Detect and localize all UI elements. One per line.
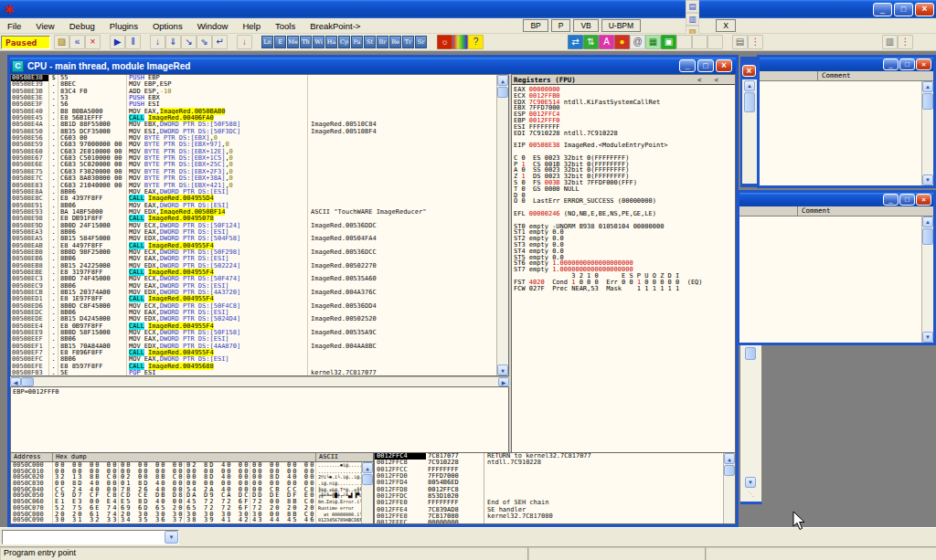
disasm-row[interactable]: 00508E83.C683 21040000 00MOV BYTE PTR DS… — [11, 183, 496, 189]
register-line[interactable]: O 0 LastErr ERROR_SUCCESS (00000000) — [512, 198, 735, 205]
disasm-row[interactable]: 00508ED6.8B0D C8F45000MOV ECX,DWORD PTR … — [11, 303, 496, 310]
column-header-blank[interactable] — [739, 206, 798, 216]
register-line[interactable]: FCW 027F Prec NEAR,53 Mask 1 1 1 1 1 1 — [512, 286, 735, 292]
blank-button-1[interactable] — [676, 35, 692, 49]
disasm-row[interactable]: 00508EB0.8B0D 98F25000MOV ECX,DWORD PTR … — [11, 249, 496, 256]
go-to-address-icon[interactable]: ↓ — [237, 35, 252, 49]
dump-scroll-thumb[interactable] — [362, 474, 373, 485]
toolbar-x-button[interactable]: X — [716, 19, 736, 32]
dump-header-ascii[interactable]: ASCII — [316, 453, 373, 461]
side-mid-maximize-button[interactable]: □ — [899, 194, 915, 206]
toolbar-letter-tr[interactable]: Tr — [402, 36, 414, 48]
window-list-icon[interactable]: ▤ — [732, 35, 748, 49]
open-file-icon[interactable]: ▨ — [54, 35, 69, 49]
register-line[interactable]: EFL 00000246 (NO,NB,E,BE,NS,PE,GE,LE) — [512, 211, 735, 217]
cpu-minimize-button[interactable]: _ — [679, 59, 696, 72]
disasm-row[interactable]: 00508E9D.8B0D 24F15000MOV ECX,DWORD PTR … — [11, 223, 496, 229]
dots-list-icon[interactable]: ⋮ — [748, 35, 763, 49]
toolbar-letter-re[interactable]: Re — [389, 36, 401, 48]
blank-button-3[interactable] — [707, 35, 723, 49]
disasm-scroll-right[interactable]: ▶ — [498, 377, 509, 386]
disasm-row[interactable]: 00508F03.5EPOP ESIkernel32.7C817077 — [11, 370, 496, 376]
side-top-minimize-button[interactable]: _ — [883, 58, 899, 70]
hidden-bottom-scroll-down[interactable]: ▼ — [745, 477, 756, 488]
side-top-close-button[interactable]: × — [916, 58, 931, 70]
panel-layout-icon[interactable]: ▥ — [882, 35, 898, 49]
registers-band[interactable]: Registers (FPU) << — [512, 75, 735, 85]
step-into-icon[interactable]: ↓ — [150, 35, 165, 49]
pause-icon[interactable]: ‖ — [125, 35, 141, 49]
command-combobox[interactable]: ▼ — [2, 530, 179, 544]
animate-over-icon[interactable]: ⇘ — [197, 35, 212, 49]
side-window-top-content[interactable] — [760, 81, 921, 185]
toolbar-letter-ha[interactable]: Ha — [325, 36, 337, 48]
disasm-row[interactable]: 00508E3E.53PUSH EBX — [11, 95, 496, 101]
toolbar-letter-br[interactable]: Br — [377, 36, 388, 48]
scroll-sync-icon[interactable]: ⇅ — [583, 35, 599, 49]
highlight-icon[interactable]: A — [599, 35, 614, 49]
side-mid-minimize-button[interactable]: _ — [883, 194, 899, 206]
menu-tools[interactable]: Tools — [268, 19, 303, 33]
disasm-hscrollbar[interactable]: ◀ ▶ — [10, 376, 509, 386]
side-mid-close-button[interactable]: × — [916, 194, 931, 206]
toolbar-letter-pa[interactable]: Pa — [351, 36, 363, 48]
toolbar-letter-sr[interactable]: Sr — [415, 36, 427, 48]
side-mid-scroll-down[interactable]: ▼ — [922, 332, 933, 343]
side-mid-scroll-thumb[interactable] — [922, 228, 933, 245]
notes-icon[interactable]: ▤ — [686, 0, 699, 13]
toolbar-letter-wi[interactable]: Wi — [313, 36, 324, 48]
side-mid-scroll-up[interactable]: ▲ — [922, 217, 933, 227]
breakpoint-list-icon[interactable]: ⋮ — [898, 35, 913, 49]
disasm-scroll-left[interactable]: ◀ — [10, 377, 21, 386]
disasm-scroll-thumb[interactable] — [497, 87, 508, 98]
menu-options[interactable]: Options — [145, 19, 190, 33]
menubar-button-bp[interactable]: BP — [523, 19, 548, 32]
toolbar-letter-me[interactable]: Me — [287, 36, 299, 48]
resize-grip[interactable]: ⋱ — [748, 491, 755, 498]
disasm-hscroll-thumb[interactable] — [21, 377, 34, 386]
toolbar-letter-ln[interactable]: Ln — [261, 36, 273, 48]
minimize-button[interactable]: _ — [873, 3, 892, 16]
menu-view[interactable]: View — [28, 19, 61, 33]
hidden-window-scroll-thumb[interactable] — [744, 92, 755, 112]
menu-window[interactable]: Window — [190, 19, 236, 33]
record-icon[interactable]: ● — [614, 35, 630, 49]
run-icon[interactable]: ▶ — [110, 35, 125, 49]
restart-icon[interactable]: « — [69, 35, 85, 49]
menu-file[interactable]: File — [0, 19, 28, 33]
disasm-row[interactable]: 00508EE9.8B0D 58F15000MOV ECX,DWORD PTR … — [11, 330, 496, 336]
disasm-row[interactable]: 00508EFE.E8 8597F8FFCALL ImageRed.004956… — [11, 364, 496, 370]
cpu-maximize-button[interactable]: □ — [697, 59, 714, 72]
disasm-row[interactable]: 00508E8C.E8 4397F8FFCALL ImageRed.004955… — [11, 195, 496, 202]
trace-log-icon[interactable]: @ — [630, 35, 645, 49]
side-top-maximize-button[interactable]: □ — [899, 58, 915, 70]
menu-breakpoint[interactable]: BreakPoint-> — [303, 19, 367, 33]
step-over-icon[interactable]: ⇓ — [165, 35, 181, 49]
disasm-row[interactable]: 00508EC3.8B0D 74F45000MOV ECX,DWORD PTR … — [11, 276, 496, 282]
register-line[interactable]: EIP 00508E38 ImageRed.<ModuleEntryPoint> — [512, 143, 735, 149]
numbers-icon[interactable]: ▦ — [645, 35, 661, 49]
command-input[interactable] — [3, 531, 165, 544]
help-icon[interactable]: ? — [468, 35, 484, 49]
toolbar-letter-cp[interactable]: Cp — [338, 36, 350, 48]
hidden-window-close-button[interactable]: × — [742, 65, 756, 77]
disassembly-pane[interactable]: 00508E38$55PUSH EBP00508E39.8BECMOV EBP,… — [10, 74, 509, 376]
toolbar-letter-e[interactable]: E — [274, 36, 286, 48]
hidden-window-scroll-up[interactable]: ▲ — [744, 80, 755, 91]
dump-header-hex[interactable]: Hex dump — [53, 453, 316, 461]
register-line[interactable]: T 0 GS 0000 NULL — [512, 186, 735, 193]
restore-button[interactable]: □ — [894, 3, 913, 16]
disasm-scroll-up[interactable]: ▲ — [497, 75, 508, 86]
close-program-icon[interactable]: × — [85, 35, 101, 49]
column-header-comment[interactable]: Comment — [818, 71, 933, 80]
book-icon[interactable]: ▥ — [686, 13, 699, 26]
disasm-row[interactable]: 00508E3B.83C4 F0ADD ESP,-10 — [11, 89, 496, 95]
column-header-blank[interactable] — [760, 71, 818, 80]
dump-row[interactable]: 0050C0A000 00 00 0000 00 00 0000 00 00 0… — [11, 523, 361, 524]
side-top-scroll-thumb[interactable] — [922, 93, 933, 110]
menubar-button-u-bpm[interactable]: U-BPM — [601, 19, 641, 32]
side-window-mid-content[interactable] — [739, 217, 921, 343]
stack-scroll-up[interactable]: ▲ — [724, 453, 735, 464]
swap-panes-icon[interactable]: ⇄ — [568, 35, 583, 49]
menu-debug[interactable]: Debug — [62, 19, 102, 33]
